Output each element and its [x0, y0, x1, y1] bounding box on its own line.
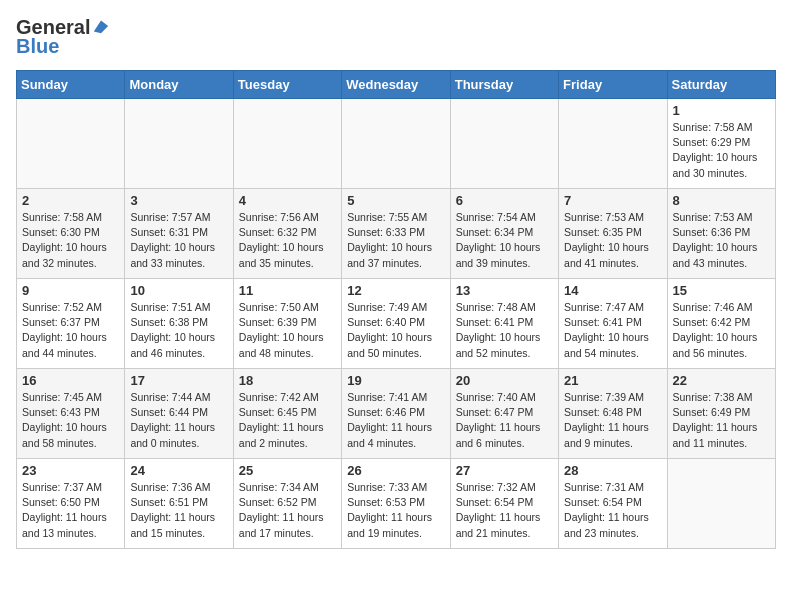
day-info: Sunrise: 7:38 AM Sunset: 6:49 PM Dayligh…: [673, 390, 770, 451]
calendar-cell: 8Sunrise: 7:53 AM Sunset: 6:36 PM Daylig…: [667, 189, 775, 279]
day-number: 22: [673, 373, 770, 388]
day-number: 6: [456, 193, 553, 208]
day-info: Sunrise: 7:58 AM Sunset: 6:30 PM Dayligh…: [22, 210, 119, 271]
day-info: Sunrise: 7:34 AM Sunset: 6:52 PM Dayligh…: [239, 480, 336, 541]
calendar-cell: 15Sunrise: 7:46 AM Sunset: 6:42 PM Dayli…: [667, 279, 775, 369]
day-number: 10: [130, 283, 227, 298]
day-number: 16: [22, 373, 119, 388]
calendar-week-5: 23Sunrise: 7:37 AM Sunset: 6:50 PM Dayli…: [17, 459, 776, 549]
calendar-cell: 10Sunrise: 7:51 AM Sunset: 6:38 PM Dayli…: [125, 279, 233, 369]
day-info: Sunrise: 7:32 AM Sunset: 6:54 PM Dayligh…: [456, 480, 553, 541]
weekday-header-sunday: Sunday: [17, 71, 125, 99]
calendar-cell: 11Sunrise: 7:50 AM Sunset: 6:39 PM Dayli…: [233, 279, 341, 369]
day-info: Sunrise: 7:47 AM Sunset: 6:41 PM Dayligh…: [564, 300, 661, 361]
calendar-week-4: 16Sunrise: 7:45 AM Sunset: 6:43 PM Dayli…: [17, 369, 776, 459]
calendar-cell: 14Sunrise: 7:47 AM Sunset: 6:41 PM Dayli…: [559, 279, 667, 369]
day-info: Sunrise: 7:48 AM Sunset: 6:41 PM Dayligh…: [456, 300, 553, 361]
day-number: 21: [564, 373, 661, 388]
calendar-cell: [233, 99, 341, 189]
calendar-cell: 19Sunrise: 7:41 AM Sunset: 6:46 PM Dayli…: [342, 369, 450, 459]
day-number: 7: [564, 193, 661, 208]
calendar-cell: 28Sunrise: 7:31 AM Sunset: 6:54 PM Dayli…: [559, 459, 667, 549]
day-info: Sunrise: 7:58 AM Sunset: 6:29 PM Dayligh…: [673, 120, 770, 181]
day-info: Sunrise: 7:53 AM Sunset: 6:36 PM Dayligh…: [673, 210, 770, 271]
day-info: Sunrise: 7:49 AM Sunset: 6:40 PM Dayligh…: [347, 300, 444, 361]
day-info: Sunrise: 7:40 AM Sunset: 6:47 PM Dayligh…: [456, 390, 553, 451]
calendar-cell: [559, 99, 667, 189]
day-number: 25: [239, 463, 336, 478]
day-number: 12: [347, 283, 444, 298]
day-info: Sunrise: 7:57 AM Sunset: 6:31 PM Dayligh…: [130, 210, 227, 271]
page-header: General Blue: [16, 16, 776, 58]
weekday-header-row: SundayMondayTuesdayWednesdayThursdayFrid…: [17, 71, 776, 99]
day-info: Sunrise: 7:42 AM Sunset: 6:45 PM Dayligh…: [239, 390, 336, 451]
calendar-cell: 4Sunrise: 7:56 AM Sunset: 6:32 PM Daylig…: [233, 189, 341, 279]
day-info: Sunrise: 7:33 AM Sunset: 6:53 PM Dayligh…: [347, 480, 444, 541]
weekday-header-friday: Friday: [559, 71, 667, 99]
calendar-cell: 12Sunrise: 7:49 AM Sunset: 6:40 PM Dayli…: [342, 279, 450, 369]
day-number: 26: [347, 463, 444, 478]
day-info: Sunrise: 7:50 AM Sunset: 6:39 PM Dayligh…: [239, 300, 336, 361]
calendar-cell: 17Sunrise: 7:44 AM Sunset: 6:44 PM Dayli…: [125, 369, 233, 459]
calendar-cell: 1Sunrise: 7:58 AM Sunset: 6:29 PM Daylig…: [667, 99, 775, 189]
day-info: Sunrise: 7:53 AM Sunset: 6:35 PM Dayligh…: [564, 210, 661, 271]
calendar-cell: [667, 459, 775, 549]
calendar-cell: 5Sunrise: 7:55 AM Sunset: 6:33 PM Daylig…: [342, 189, 450, 279]
calendar-cell: [125, 99, 233, 189]
calendar-week-1: 1Sunrise: 7:58 AM Sunset: 6:29 PM Daylig…: [17, 99, 776, 189]
calendar-cell: 2Sunrise: 7:58 AM Sunset: 6:30 PM Daylig…: [17, 189, 125, 279]
calendar-cell: [450, 99, 558, 189]
day-number: 15: [673, 283, 770, 298]
day-number: 13: [456, 283, 553, 298]
day-info: Sunrise: 7:55 AM Sunset: 6:33 PM Dayligh…: [347, 210, 444, 271]
day-number: 4: [239, 193, 336, 208]
day-info: Sunrise: 7:36 AM Sunset: 6:51 PM Dayligh…: [130, 480, 227, 541]
day-number: 2: [22, 193, 119, 208]
day-info: Sunrise: 7:51 AM Sunset: 6:38 PM Dayligh…: [130, 300, 227, 361]
calendar-cell: 9Sunrise: 7:52 AM Sunset: 6:37 PM Daylig…: [17, 279, 125, 369]
day-number: 20: [456, 373, 553, 388]
day-info: Sunrise: 7:56 AM Sunset: 6:32 PM Dayligh…: [239, 210, 336, 271]
calendar-cell: 26Sunrise: 7:33 AM Sunset: 6:53 PM Dayli…: [342, 459, 450, 549]
svg-marker-0: [94, 20, 108, 33]
calendar-cell: 13Sunrise: 7:48 AM Sunset: 6:41 PM Dayli…: [450, 279, 558, 369]
weekday-header-thursday: Thursday: [450, 71, 558, 99]
day-number: 27: [456, 463, 553, 478]
calendar-cell: 6Sunrise: 7:54 AM Sunset: 6:34 PM Daylig…: [450, 189, 558, 279]
day-number: 11: [239, 283, 336, 298]
weekday-header-tuesday: Tuesday: [233, 71, 341, 99]
day-number: 18: [239, 373, 336, 388]
weekday-header-wednesday: Wednesday: [342, 71, 450, 99]
calendar-cell: 23Sunrise: 7:37 AM Sunset: 6:50 PM Dayli…: [17, 459, 125, 549]
day-info: Sunrise: 7:31 AM Sunset: 6:54 PM Dayligh…: [564, 480, 661, 541]
calendar-table: SundayMondayTuesdayWednesdayThursdayFrid…: [16, 70, 776, 549]
day-number: 19: [347, 373, 444, 388]
day-info: Sunrise: 7:46 AM Sunset: 6:42 PM Dayligh…: [673, 300, 770, 361]
calendar-cell: 24Sunrise: 7:36 AM Sunset: 6:51 PM Dayli…: [125, 459, 233, 549]
weekday-header-monday: Monday: [125, 71, 233, 99]
calendar-week-2: 2Sunrise: 7:58 AM Sunset: 6:30 PM Daylig…: [17, 189, 776, 279]
day-number: 23: [22, 463, 119, 478]
day-number: 28: [564, 463, 661, 478]
calendar-cell: 25Sunrise: 7:34 AM Sunset: 6:52 PM Dayli…: [233, 459, 341, 549]
day-number: 17: [130, 373, 227, 388]
day-number: 9: [22, 283, 119, 298]
calendar-cell: 27Sunrise: 7:32 AM Sunset: 6:54 PM Dayli…: [450, 459, 558, 549]
calendar-cell: 20Sunrise: 7:40 AM Sunset: 6:47 PM Dayli…: [450, 369, 558, 459]
calendar-cell: 7Sunrise: 7:53 AM Sunset: 6:35 PM Daylig…: [559, 189, 667, 279]
calendar-cell: 3Sunrise: 7:57 AM Sunset: 6:31 PM Daylig…: [125, 189, 233, 279]
logo: General Blue: [16, 16, 110, 58]
weekday-header-saturday: Saturday: [667, 71, 775, 99]
calendar-cell: 18Sunrise: 7:42 AM Sunset: 6:45 PM Dayli…: [233, 369, 341, 459]
calendar-cell: 16Sunrise: 7:45 AM Sunset: 6:43 PM Dayli…: [17, 369, 125, 459]
day-number: 8: [673, 193, 770, 208]
calendar-cell: 21Sunrise: 7:39 AM Sunset: 6:48 PM Dayli…: [559, 369, 667, 459]
day-info: Sunrise: 7:41 AM Sunset: 6:46 PM Dayligh…: [347, 390, 444, 451]
day-info: Sunrise: 7:39 AM Sunset: 6:48 PM Dayligh…: [564, 390, 661, 451]
calendar-cell: [342, 99, 450, 189]
calendar-week-3: 9Sunrise: 7:52 AM Sunset: 6:37 PM Daylig…: [17, 279, 776, 369]
day-number: 5: [347, 193, 444, 208]
day-number: 1: [673, 103, 770, 118]
day-info: Sunrise: 7:37 AM Sunset: 6:50 PM Dayligh…: [22, 480, 119, 541]
day-info: Sunrise: 7:52 AM Sunset: 6:37 PM Dayligh…: [22, 300, 119, 361]
